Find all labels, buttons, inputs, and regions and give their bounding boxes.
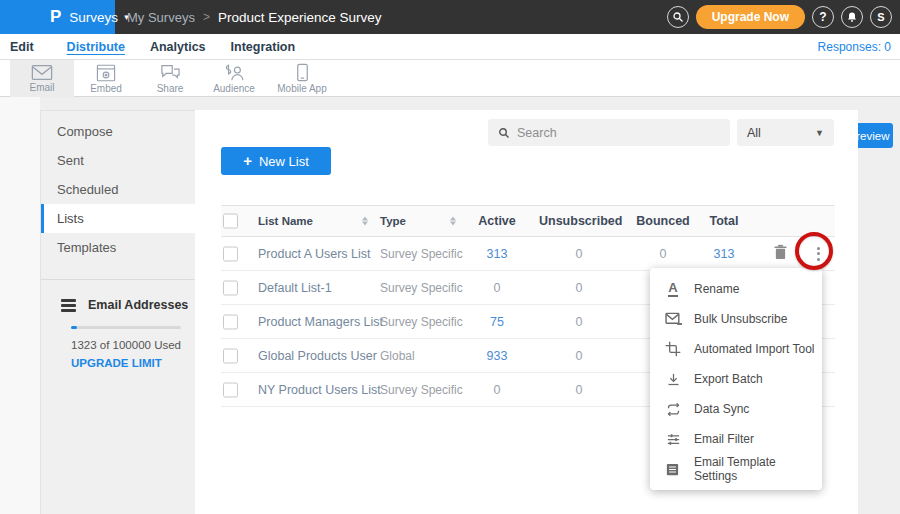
sidebar-item-lists[interactable]: Lists bbox=[41, 204, 195, 233]
total-count[interactable]: 313 bbox=[684, 247, 764, 261]
menu-item-email-filter[interactable]: Email Filter bbox=[650, 424, 822, 454]
unsubscribed-count[interactable]: 0 bbox=[539, 315, 619, 329]
row-checkbox[interactable] bbox=[223, 348, 238, 363]
breadcrumb: My Surveys > Product Experience Survey bbox=[127, 0, 382, 34]
top-header: P Surveys ▾ My Surveys > Product Experie… bbox=[0, 0, 900, 34]
tab-distribute[interactable]: Distribute bbox=[67, 40, 125, 54]
mobile-app-icon bbox=[296, 63, 309, 82]
list-name-link[interactable]: Product A Users List bbox=[258, 247, 371, 261]
tab-share[interactable]: Share bbox=[138, 60, 202, 97]
email-usage-text: 1323 of 100000 Used bbox=[71, 339, 195, 351]
page-left-margin bbox=[0, 97, 40, 514]
sort-icon[interactable] bbox=[450, 217, 456, 226]
tab-analytics[interactable]: Analytics bbox=[150, 40, 206, 54]
tab-edit[interactable]: Edit bbox=[10, 40, 34, 54]
active-count[interactable]: 0 bbox=[457, 383, 537, 397]
new-list-button[interactable]: + New List bbox=[221, 147, 331, 175]
plus-icon: + bbox=[243, 152, 252, 169]
active-count[interactable]: 0 bbox=[457, 281, 537, 295]
rename-icon: A bbox=[664, 280, 682, 298]
unsubscribed-count[interactable]: 0 bbox=[539, 383, 619, 397]
sidebar-item-templates[interactable]: Templates bbox=[41, 233, 195, 262]
active-count[interactable]: 75 bbox=[457, 315, 537, 329]
email-icon bbox=[31, 64, 53, 81]
col-active: Active bbox=[457, 214, 537, 228]
menu-item-automated-import-tool[interactable]: Automated Import Tool bbox=[650, 334, 822, 364]
table-row: Product A Users List Survey Specific 313… bbox=[221, 237, 835, 271]
col-list-name[interactable]: List Name bbox=[258, 215, 313, 227]
col-type[interactable]: Type bbox=[380, 215, 406, 227]
row-actions-kebab-icon[interactable] bbox=[809, 244, 827, 264]
tab-audience[interactable]: Audience bbox=[202, 60, 266, 97]
sort-icon[interactable] bbox=[362, 217, 368, 226]
email-sidebar: Compose Sent Scheduled Lists Templates E… bbox=[40, 110, 195, 514]
tab-email[interactable]: Email bbox=[10, 60, 74, 97]
template-article-icon bbox=[664, 460, 682, 478]
sidebar-item-compose[interactable]: Compose bbox=[41, 117, 195, 146]
header-actions: Upgrade Now ? S bbox=[667, 0, 892, 34]
avatar[interactable]: S bbox=[870, 6, 892, 28]
sync-repeat-icon bbox=[664, 400, 682, 418]
col-unsubscribed: Unsubscribed bbox=[539, 214, 619, 228]
search-box bbox=[488, 119, 730, 146]
filter-tune-icon bbox=[664, 430, 682, 448]
unsubscribed-count[interactable]: 0 bbox=[539, 349, 619, 363]
sidebar-divider bbox=[41, 279, 195, 280]
breadcrumb-my-surveys[interactable]: My Surveys bbox=[127, 10, 195, 25]
breadcrumb-separator: > bbox=[203, 10, 210, 24]
unsubscribed-count[interactable]: 0 bbox=[539, 247, 619, 261]
row-checkbox[interactable] bbox=[223, 246, 238, 261]
filter-dropdown[interactable]: All ▼ bbox=[737, 119, 834, 146]
menu-item-bulk-unsubscribe[interactable]: Bulk Unsubscribe bbox=[650, 304, 822, 334]
active-count[interactable]: 313 bbox=[457, 247, 537, 261]
email-usage-progressbar bbox=[71, 326, 181, 329]
row-checkbox[interactable] bbox=[223, 382, 238, 397]
tab-mobile-app[interactable]: Mobile App bbox=[266, 60, 338, 97]
list-name-link[interactable]: Default List-1 bbox=[258, 281, 332, 295]
bulk-unsubscribe-icon bbox=[664, 310, 682, 328]
share-icon bbox=[160, 64, 181, 82]
sidebar-item-scheduled[interactable]: Scheduled bbox=[41, 175, 195, 204]
menu-item-export-batch[interactable]: Export Batch bbox=[650, 364, 822, 394]
list-type: Survey Specific bbox=[380, 281, 463, 295]
tab-integration[interactable]: Integration bbox=[231, 40, 296, 54]
search-input[interactable] bbox=[517, 126, 707, 140]
list-name-link[interactable]: NY Product Users List bbox=[258, 383, 381, 397]
email-addresses-title: Email Addresses bbox=[88, 298, 188, 312]
col-total: Total bbox=[684, 214, 764, 228]
delete-trash-icon[interactable] bbox=[774, 244, 787, 263]
sidebar-item-sent[interactable]: Sent bbox=[41, 146, 195, 175]
search-icon[interactable] bbox=[667, 6, 689, 28]
list-type: Survey Specific bbox=[380, 383, 463, 397]
active-count[interactable]: 933 bbox=[457, 349, 537, 363]
page-title: Product Experience Survey bbox=[218, 10, 382, 25]
row-actions-menu: A Rename Bulk Unsubscribe Automated Impo… bbox=[650, 268, 822, 490]
list-type: Survey Specific bbox=[380, 315, 463, 329]
list-type: Survey Specific bbox=[380, 247, 463, 261]
row-checkbox[interactable] bbox=[223, 314, 238, 329]
list-type: Global bbox=[380, 349, 415, 363]
list-name-link[interactable]: Product Managers List bbox=[258, 315, 383, 329]
product-label: Surveys bbox=[69, 10, 118, 25]
table-header: List Name Type Active Unsubscribed Bounc… bbox=[221, 205, 835, 237]
upgrade-limit-link[interactable]: UPGRADE LIMIT bbox=[71, 357, 195, 369]
unsubscribed-count[interactable]: 0 bbox=[539, 281, 619, 295]
embed-icon bbox=[96, 64, 116, 82]
help-icon[interactable]: ? bbox=[812, 6, 834, 28]
responses-count[interactable]: Responses: 0 bbox=[818, 40, 891, 54]
select-all-checkbox[interactable] bbox=[223, 214, 238, 229]
questionpro-logo: P bbox=[50, 7, 60, 27]
menu-item-email-template-settings[interactable]: Email Template Settings bbox=[650, 454, 822, 484]
menu-item-rename[interactable]: A Rename bbox=[650, 274, 822, 304]
audience-icon bbox=[223, 64, 245, 82]
notifications-bell-icon[interactable] bbox=[841, 6, 863, 28]
row-checkbox[interactable] bbox=[223, 280, 238, 295]
product-switcher[interactable]: P Surveys ▾ bbox=[0, 0, 115, 34]
list-name-link[interactable]: Global Products User bbox=[258, 349, 377, 363]
menu-item-data-sync[interactable]: Data Sync bbox=[650, 394, 822, 424]
chevron-down-icon: ▼ bbox=[815, 128, 824, 138]
download-icon bbox=[664, 370, 682, 388]
tab-embed[interactable]: Embed bbox=[74, 60, 138, 97]
crop-import-icon bbox=[664, 340, 682, 358]
upgrade-now-button[interactable]: Upgrade Now bbox=[696, 5, 805, 29]
